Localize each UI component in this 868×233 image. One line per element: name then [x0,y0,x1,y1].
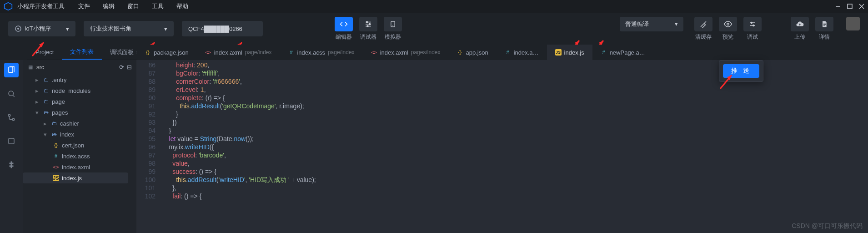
device-icon [390,20,396,28]
svg-rect-33 [9,67,13,72]
caret-down-icon: ▾ [164,25,167,32]
menu-file[interactable]: 文件 [78,2,90,10]
svg-rect-2 [848,4,852,9]
code-content[interactable]: height: 200, bgColor: '#ffffff', cornerC… [162,60,868,233]
details-button[interactable]: 详情 [815,17,833,41]
editor-tab[interactable]: <>index.axmlpages/index [363,45,449,60]
svg-point-11 [369,23,371,25]
hash-icon: # [601,49,607,56]
tree-file[interactable]: {}cert.json [23,140,136,151]
minimize-icon[interactable] [835,4,841,9]
editor-tab[interactable]: #index.a… [497,45,547,60]
menu-window[interactable]: 窗口 [127,2,139,10]
braces-icon: {} [53,142,59,148]
tree-file[interactable]: #index.acss [23,151,136,162]
upload-button[interactable]: 上传 [791,17,809,41]
debugger-button[interactable]: 调试器 [359,17,377,41]
document-icon [821,20,828,28]
user-avatar[interactable] [846,17,860,30]
brush-icon [699,20,707,28]
tree-file-selected[interactable]: JSindex.js [23,172,128,183]
braces-icon: {} [457,49,463,56]
menu-help[interactable]: 帮助 [176,2,188,10]
tab-filelist[interactable]: 文件列表 [62,45,102,60]
svg-rect-38 [9,138,14,144]
tree-folder[interactable]: ▸🗀node_modules [23,85,136,96]
svg-point-15 [727,23,729,25]
storage-icon[interactable] [4,134,19,148]
app-title: 小程序开发者工具 [17,2,65,10]
braces-icon: {} [145,49,151,56]
editor-tab[interactable]: <>index.axmlpage/index [197,45,280,60]
svg-point-12 [367,25,368,27]
line-gutter: 8687888990919293949596979899100101102 [136,60,162,233]
center-tool-group: 编辑器 调试器 模拟器 [335,17,402,41]
file-tree: ▸🗀.entry ▸🗀node_modules ▸🗀page ▾🗁pages ▸… [23,72,136,185]
tag-icon: <> [53,164,59,170]
svg-marker-0 [5,3,12,10]
svg-line-35 [13,95,15,97]
simulator-button[interactable]: 模拟器 [384,17,402,41]
push-popover: 推 送 [719,60,763,82]
appid-field[interactable]: QCF4██████0266 [182,21,263,36]
sliders-icon [748,20,757,28]
menu-edit[interactable]: 编辑 [103,2,115,10]
clear-cache-button[interactable]: 清缓存 [694,17,712,41]
preview-button[interactable]: 预览 [719,17,737,41]
svg-point-34 [9,91,14,96]
js-icon: JS [555,49,562,56]
file-pane-header: ▦ src ⟳ ⊟ [23,62,136,72]
editor-tab[interactable]: #newPage.a… [592,45,653,60]
far-tool-group: 上传 详情 [791,17,833,41]
right-tool-group: 清缓存 预览 调试 [694,17,762,41]
tree-folder-open[interactable]: ▾🗁pages [23,107,136,118]
tree-folder[interactable]: ▸🗀page [23,96,136,107]
extensions-icon[interactable] [4,157,19,172]
folder-open-icon: 🗁 [51,131,57,137]
tag-icon: <> [205,49,211,56]
project-dropdown[interactable]: 行业技术图书角 ▾ [84,21,174,36]
titlebar: 小程序开发者工具 文件 编辑 窗口 工具 帮助 [0,0,868,13]
collapse-icon[interactable]: ⊟ [127,64,132,71]
tree-file[interactable]: <>index.axml [23,162,136,172]
editor-button[interactable]: 编辑器 [335,17,353,41]
svg-rect-21 [823,24,826,25]
compile-mode-dropdown[interactable]: 普通编译 ▾ [620,17,683,31]
editor-tabs: {}package.json <>index.axmlpage/index #i… [136,45,868,60]
svg-point-36 [8,114,10,116]
tree-folder-open[interactable]: ▾🗁index [23,129,136,140]
menubar: 文件 编辑 窗口 工具 帮助 [78,2,188,10]
maximize-icon[interactable] [847,4,853,9]
folder-open-icon: 🗁 [43,109,49,116]
sliders-icon [364,20,372,28]
close-icon[interactable] [859,4,864,9]
platform-icon [15,25,22,32]
editor-tab[interactable]: {}package.json [136,45,197,60]
search-icon[interactable] [4,86,19,101]
push-button[interactable]: 推 送 [723,64,759,78]
tag-icon: <> [371,49,377,56]
editor-tab[interactable]: #index.acsspage/index [280,45,362,60]
menu-tools[interactable]: 工具 [152,2,164,10]
folder-icon: 🗀 [43,87,49,94]
folder-icon: 🗀 [43,98,49,105]
refresh-icon[interactable]: ⟳ [119,64,124,71]
tree-folder[interactable]: ▸🗀.entry [23,74,136,85]
activity-bar [0,60,23,233]
eye-icon [724,20,732,28]
main-area: ▦ src ⟳ ⊟ ▸🗀.entry ▸🗀node_modules ▸🗀page… [0,60,868,233]
code-editor[interactable]: 8687888990919293949596979899100101102 he… [136,60,868,233]
explorer-icon[interactable] [4,63,19,77]
source-control-icon[interactable] [4,110,19,125]
hash-icon: # [505,49,511,56]
folder-icon: 🗀 [43,76,49,83]
root-label: src [36,64,44,71]
tree-folder[interactable]: ▸🗀cashier [23,118,136,129]
debug-button[interactable]: 调试 [743,17,762,41]
hash-icon: # [288,49,294,56]
platform-dropdown[interactable]: IoT小程序 ▾ [8,21,75,36]
editor-tab-active[interactable]: JSindex.js [547,45,592,60]
tab-project[interactable]: Project [27,45,62,60]
watermark: CSDN @可口可乐搬代码 [792,222,863,230]
editor-tab[interactable]: {}app.json [448,45,496,60]
